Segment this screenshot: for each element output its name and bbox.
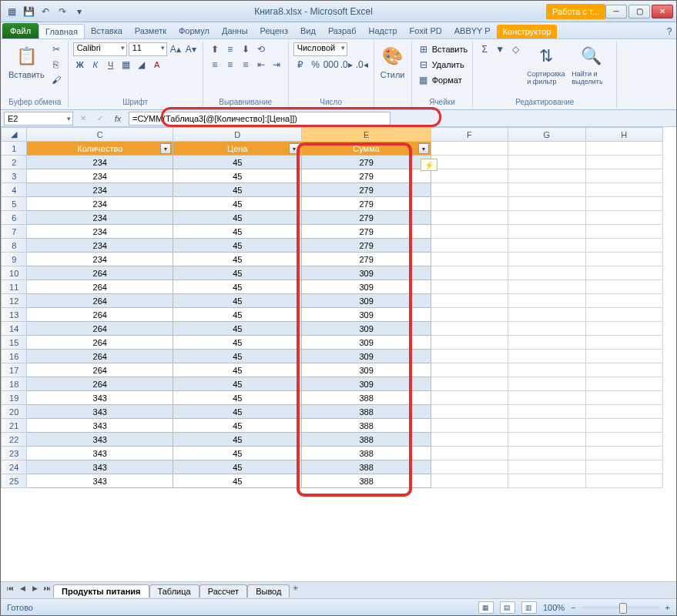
cell[interactable]: 343 — [27, 433, 173, 447]
cell[interactable] — [585, 363, 662, 377]
cell[interactable] — [431, 156, 508, 169]
cell[interactable]: 279 — [302, 239, 431, 253]
cell[interactable] — [585, 336, 662, 350]
cell[interactable]: 45 — [173, 280, 302, 294]
cell[interactable] — [431, 197, 508, 211]
cell[interactable]: 343 — [27, 405, 173, 419]
cell[interactable]: 309 — [302, 336, 431, 350]
sheet-nav-first-icon[interactable]: ⏮ — [4, 584, 16, 597]
cell[interactable] — [431, 391, 508, 405]
row-header[interactable]: 20 — [2, 405, 27, 419]
ribbon-help-icon[interactable]: ? — [662, 25, 676, 38]
cell[interactable]: 234 — [27, 225, 173, 239]
sheet-nav-next-icon[interactable]: ▶ — [28, 584, 41, 597]
cell[interactable]: 45 — [173, 447, 302, 460]
cell[interactable] — [508, 336, 585, 350]
save-icon[interactable]: 💾 — [21, 4, 36, 19]
cell[interactable]: 264 — [27, 336, 173, 350]
cell[interactable] — [585, 474, 662, 488]
tab-вставка[interactable]: Вставка — [85, 24, 129, 38]
copy-icon[interactable]: ⎘ — [49, 58, 63, 72]
find-select-button[interactable]: 🔍 Найти и выделить — [570, 42, 612, 87]
cell[interactable] — [585, 460, 662, 474]
cell[interactable] — [508, 350, 585, 363]
cell[interactable]: 45 — [173, 419, 302, 433]
cell[interactable]: 343 — [27, 419, 173, 433]
tab-надстр[interactable]: Надстр — [362, 24, 403, 38]
cut-icon[interactable]: ✂ — [49, 42, 63, 56]
align-top-icon[interactable]: ⬆ — [208, 42, 222, 56]
cell[interactable]: 309 — [302, 294, 431, 308]
cell[interactable]: 45 — [173, 197, 302, 211]
cell[interactable] — [431, 308, 508, 322]
row-header[interactable]: 10 — [2, 266, 27, 280]
cell[interactable] — [585, 447, 662, 460]
cell[interactable]: 279 — [302, 211, 431, 225]
align-center-icon[interactable]: ≡ — [223, 58, 237, 72]
cell[interactable] — [431, 142, 508, 156]
fill-icon[interactable]: ▼ — [493, 42, 507, 56]
zoom-out-icon[interactable]: − — [571, 603, 575, 612]
cell[interactable]: 45 — [173, 474, 302, 488]
cell[interactable]: 309 — [302, 280, 431, 294]
cell[interactable] — [585, 322, 662, 336]
row-header[interactable]: 25 — [2, 474, 27, 488]
cell[interactable] — [585, 419, 662, 433]
cell[interactable] — [431, 474, 508, 488]
tab-разметк[interactable]: Разметк — [129, 24, 173, 38]
row-header[interactable]: 12 — [2, 294, 27, 308]
cell[interactable] — [585, 350, 662, 363]
cell[interactable]: 388 — [302, 460, 431, 474]
cell[interactable]: 45 — [173, 460, 302, 474]
cell[interactable]: 234 — [27, 197, 173, 211]
cell[interactable] — [508, 239, 585, 253]
enter-formula-icon[interactable]: ✓ — [93, 112, 107, 126]
cell[interactable]: 309 — [302, 266, 431, 280]
increase-decimal-icon[interactable]: .0▸ — [340, 58, 354, 72]
view-normal-icon[interactable]: ▦ — [478, 601, 494, 614]
number-format-combo[interactable]: Числовой — [293, 42, 347, 56]
cell[interactable] — [585, 266, 662, 280]
cell[interactable] — [585, 308, 662, 322]
cell[interactable]: 388 — [302, 474, 431, 488]
close-button[interactable]: ✕ — [652, 5, 673, 18]
cell[interactable] — [508, 183, 585, 197]
cell[interactable] — [585, 253, 662, 266]
row-header[interactable]: 17 — [2, 363, 27, 377]
col-header-e[interactable]: E — [302, 128, 431, 142]
row-header[interactable]: 23 — [2, 447, 27, 460]
cell[interactable]: 264 — [27, 377, 173, 391]
cell[interactable]: 264 — [27, 322, 173, 336]
tab-file[interactable]: Файл — [2, 23, 39, 38]
name-box[interactable]: E2 — [4, 112, 73, 126]
cell[interactable]: 234 — [27, 239, 173, 253]
cell[interactable] — [431, 447, 508, 460]
cell[interactable] — [431, 433, 508, 447]
cell[interactable]: 309 — [302, 350, 431, 363]
cell[interactable]: 45 — [173, 308, 302, 322]
cell[interactable]: 45 — [173, 183, 302, 197]
excel-icon[interactable]: ▦ — [4, 4, 19, 19]
row-header[interactable]: 14 — [2, 322, 27, 336]
cell[interactable]: 45 — [173, 322, 302, 336]
cell[interactable] — [508, 156, 585, 169]
cell[interactable] — [508, 474, 585, 488]
cell[interactable]: 45 — [173, 225, 302, 239]
select-all-corner[interactable]: ◢ — [2, 128, 27, 142]
cell[interactable] — [431, 266, 508, 280]
fill-color-icon[interactable]: ◢ — [135, 58, 149, 72]
row-header[interactable]: 1 — [2, 142, 27, 156]
cell[interactable] — [508, 142, 585, 156]
sort-filter-button[interactable]: ⇅ Сортировка и фильтр — [525, 42, 567, 87]
row-header[interactable]: 5 — [2, 197, 27, 211]
row-header[interactable]: 4 — [2, 183, 27, 197]
zoom-in-icon[interactable]: + — [665, 603, 670, 612]
tab-главная[interactable]: Главная — [39, 24, 85, 38]
align-bottom-icon[interactable]: ⬇ — [239, 42, 253, 56]
cell[interactable] — [508, 419, 585, 433]
cell[interactable] — [431, 350, 508, 363]
row-header[interactable]: 8 — [2, 239, 27, 253]
cell[interactable]: 264 — [27, 294, 173, 308]
cell[interactable]: 388 — [302, 433, 431, 447]
comma-icon[interactable]: 000 — [324, 58, 338, 72]
